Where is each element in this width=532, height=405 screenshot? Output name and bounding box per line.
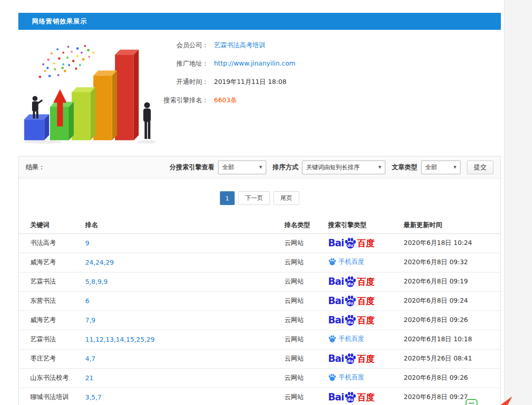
svg-text:du: du bbox=[347, 243, 353, 247]
table-row: 东营书法6云网站 Bai du 百度2020年6月8日 09:24 bbox=[19, 291, 500, 311]
baidu-bai-text: Bai bbox=[328, 296, 344, 306]
baidu-paw-icon: du bbox=[344, 353, 356, 365]
keyword-cell: 威海艺考 bbox=[19, 311, 85, 330]
table-row: 艺霖书法11,12,13,14,15,25,29云网站 手机百度2020年6月1… bbox=[19, 330, 500, 349]
rank-type-cell: 云网站 bbox=[285, 388, 328, 405]
article-type-select[interactable]: 全部 ▼ bbox=[421, 161, 461, 174]
rank-cell[interactable]: 24,24,29 bbox=[85, 253, 285, 272]
keyword-cell: 威海艺考 bbox=[19, 253, 85, 272]
table-row: 威海艺考24,24,29云网站 手机百度2020年6月8日 09:32 bbox=[19, 253, 500, 272]
engine-filter-value: 全部 bbox=[222, 163, 234, 172]
baidu-logo: Bai du 百度 bbox=[328, 353, 374, 365]
baidu-paw-icon: du bbox=[344, 276, 356, 288]
chat-widget-icon[interactable] bbox=[466, 399, 477, 405]
engine-cell: Bai du 百度 bbox=[328, 349, 404, 368]
baidu-paw-icon: du bbox=[344, 391, 356, 404]
promo-arrow-icon[interactable] bbox=[499, 396, 514, 405]
keyword-cell: 艺霖书法 bbox=[19, 272, 85, 291]
rank-cell[interactable]: 11,12,13,14,15,25,29 bbox=[85, 330, 285, 349]
promo-url-link[interactable]: http://www.jinanyilin.com bbox=[214, 59, 296, 68]
baidu-paw-icon bbox=[328, 258, 336, 266]
updated-cell: 2020年6月8日 09:27 bbox=[404, 388, 500, 405]
filter-bar: 结果： 分搜索引擎查看 全部 ▼ 排序方式 关键词由短到长排序 ▼ 文章类型 全… bbox=[19, 156, 500, 178]
baidu-paw-icon: du bbox=[344, 314, 356, 327]
svg-text:du: du bbox=[347, 358, 353, 363]
engine-filter-select[interactable]: 全部 ▼ bbox=[218, 161, 266, 174]
svg-text:du: du bbox=[347, 281, 353, 286]
mobile-baidu-text: 手机百度 bbox=[339, 373, 364, 382]
promo-url-row: 推广地址： http://www.jinanyilin.com bbox=[156, 59, 296, 77]
bar-orange bbox=[93, 71, 117, 140]
last-page-button[interactable]: 尾页 bbox=[274, 191, 299, 205]
page-number-1[interactable]: 1 bbox=[220, 191, 235, 205]
table-row: 艺霖书法5,8,9,9云网站 Bai du 百度2020年6月8日 09:19 bbox=[19, 272, 500, 291]
baidu-cn-text: 百度 bbox=[357, 316, 374, 325]
sort-filter-value: 关键词由短到长排序 bbox=[306, 163, 360, 172]
col-header-updated: 最新更新时间 bbox=[404, 217, 500, 233]
engine-rank-label: 搜索引擎排名： bbox=[156, 95, 208, 105]
table-row: 枣庄艺考4,7云网站 Bai du 百度2020年5月26日 08:41 bbox=[19, 349, 500, 368]
keyword-cell: 东营书法 bbox=[19, 291, 85, 311]
pagination: 1 下一页 尾页 bbox=[19, 191, 500, 205]
baidu-paw-icon: du bbox=[344, 237, 356, 250]
baidu-bai-text: Bai bbox=[328, 393, 344, 402]
member-info-section: 会员公司： 艺霖书法高考培训 推广地址： http://www.jinanyil… bbox=[18, 30, 501, 150]
rank-cell[interactable]: 4,7 bbox=[85, 349, 285, 368]
col-header-rank: 排名 bbox=[85, 217, 285, 233]
keyword-cell: 聊城书法培训 bbox=[19, 388, 85, 405]
keyword-cell: 枣庄艺考 bbox=[19, 349, 85, 368]
results-panel: 结果： 分搜索引擎查看 全部 ▼ 排序方式 关键词由短到长排序 ▼ 文章类型 全… bbox=[18, 156, 501, 405]
open-time-label: 开通时间： bbox=[156, 77, 208, 86]
baidu-paw-icon: du bbox=[344, 295, 356, 307]
main-content: 网络营销效果展示 bbox=[18, 13, 501, 405]
engine-cell: Bai du 百度 bbox=[328, 311, 404, 330]
page: 网络营销效果展示 bbox=[0, 0, 532, 405]
chevron-down-icon: ▼ bbox=[259, 165, 262, 169]
rank-type-cell: 云网站 bbox=[285, 253, 328, 272]
bar-red bbox=[115, 50, 139, 140]
rank-cell[interactable]: 3,5,7 bbox=[85, 388, 285, 405]
results-table: 关键词 排名 排名类型 搜索引擎类型 最新更新时间 书法高考9云网站 Bai d… bbox=[19, 217, 500, 405]
company-link[interactable]: 艺霖书法高考培训 bbox=[214, 40, 265, 50]
page-title-bar: 网络营销效果展示 bbox=[18, 13, 501, 30]
rank-type-cell: 云网站 bbox=[285, 291, 328, 311]
updated-cell: 2020年5月26日 08:41 bbox=[404, 349, 500, 368]
promo-url-label: 推广地址： bbox=[156, 59, 208, 68]
member-info-rows: 会员公司： 艺霖书法高考培训 推广地址： http://www.jinanyil… bbox=[156, 35, 296, 150]
updated-cell: 2020年6月8日 09:19 bbox=[404, 272, 500, 291]
baidu-logo: Bai du 百度 bbox=[328, 295, 374, 307]
rank-cell[interactable]: 9 bbox=[85, 233, 285, 253]
result-label: 结果： bbox=[26, 163, 45, 172]
baidu-bai-text: Bai bbox=[328, 239, 344, 248]
baidu-cn-text: 百度 bbox=[357, 355, 374, 363]
bar-lime bbox=[71, 87, 95, 140]
rank-cell[interactable]: 6 bbox=[85, 291, 285, 311]
next-page-button[interactable]: 下一页 bbox=[238, 191, 270, 205]
submit-button[interactable]: 提交 bbox=[467, 161, 494, 174]
rank-cell[interactable]: 21 bbox=[85, 368, 285, 388]
sort-filter-select[interactable]: 关键词由短到长排序 ▼ bbox=[302, 161, 385, 174]
person-right bbox=[143, 102, 151, 139]
baidu-paw-icon bbox=[328, 373, 336, 382]
baidu-logo: Bai du 百度 bbox=[328, 237, 374, 250]
table-row: 书法高考9云网站 Bai du 百度2020年6月18日 10:24 bbox=[19, 233, 500, 253]
mobile-baidu-logo: 手机百度 bbox=[328, 258, 364, 266]
keyword-cell: 艺霖书法 bbox=[19, 330, 85, 349]
baidu-logo: Bai du 百度 bbox=[328, 314, 374, 327]
baidu-logo: Bai du 百度 bbox=[328, 391, 374, 404]
open-time-value: 2019年11月11日 18:08 bbox=[214, 77, 286, 86]
table-row: 威海艺考7,9云网站 Bai du 百度2020年6月8日 09:26 bbox=[19, 311, 500, 330]
confetti-dots bbox=[39, 45, 94, 78]
rank-type-cell: 云网站 bbox=[285, 349, 328, 368]
rank-type-cell: 云网站 bbox=[285, 330, 328, 349]
baidu-cn-text: 百度 bbox=[357, 277, 374, 286]
updated-cell: 2020年6月18日 10:24 bbox=[404, 233, 500, 253]
rank-cell[interactable]: 5,8,9,9 bbox=[85, 272, 285, 291]
baidu-cn-text: 百度 bbox=[357, 393, 374, 402]
rank-cell[interactable]: 7,9 bbox=[85, 311, 285, 330]
open-time-row: 开通时间： 2019年11月11日 18:08 bbox=[156, 77, 296, 95]
table-row: 山东书法校考21云网站 手机百度2020年6月8日 09:26 bbox=[19, 368, 500, 388]
filter-controls: 分搜索引擎查看 全部 ▼ 排序方式 关键词由短到长排序 ▼ 文章类型 全部 ▼ bbox=[170, 161, 494, 174]
updated-cell: 2020年6月8日 09:26 bbox=[404, 368, 500, 388]
article-type-value: 全部 bbox=[425, 163, 437, 172]
